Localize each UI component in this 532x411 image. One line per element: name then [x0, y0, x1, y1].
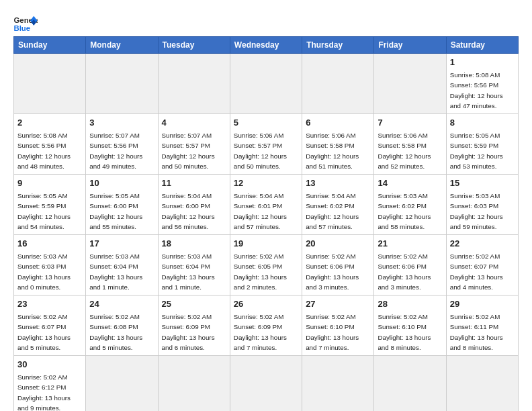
day-info: Sunrise: 5:02 AM Sunset: 6:11 PM Dayligh… [450, 313, 503, 351]
calendar-cell [230, 54, 302, 114]
day-info: Sunrise: 5:03 AM Sunset: 6:03 PM Dayligh… [17, 253, 71, 291]
calendar-cell [86, 356, 158, 412]
calendar-cell [158, 356, 230, 412]
calendar-cell: 20Sunrise: 5:02 AM Sunset: 6:06 PM Dayli… [302, 235, 374, 295]
day-info: Sunrise: 5:02 AM Sunset: 6:07 PM Dayligh… [450, 253, 503, 291]
calendar-week-row: 16Sunrise: 5:03 AM Sunset: 6:03 PM Dayli… [14, 235, 519, 295]
day-number: 10 [89, 177, 154, 189]
day-number: 16 [17, 238, 82, 250]
calendar-cell: 26Sunrise: 5:02 AM Sunset: 6:09 PM Dayli… [230, 295, 302, 356]
day-number: 28 [378, 298, 442, 310]
day-number: 5 [234, 117, 298, 129]
calendar-cell: 5Sunrise: 5:06 AM Sunset: 5:57 PM Daylig… [230, 114, 302, 175]
calendar-cell [374, 356, 446, 412]
calendar-cell: 9Sunrise: 5:05 AM Sunset: 5:59 PM Daylig… [14, 175, 86, 235]
day-header-saturday: Saturday [446, 37, 518, 54]
calendar-cell: 24Sunrise: 5:02 AM Sunset: 6:08 PM Dayli… [86, 295, 158, 356]
day-info: Sunrise: 5:03 AM Sunset: 6:04 PM Dayligh… [89, 253, 142, 291]
calendar-cell: 22Sunrise: 5:02 AM Sunset: 6:07 PM Dayli… [446, 235, 518, 295]
day-number: 21 [378, 238, 442, 250]
day-info: Sunrise: 5:02 AM Sunset: 6:08 PM Dayligh… [89, 313, 142, 351]
calendar-cell [374, 54, 446, 114]
calendar-week-row: 30Sunrise: 5:02 AM Sunset: 6:12 PM Dayli… [14, 356, 519, 412]
day-number: 12 [234, 177, 298, 189]
calendar-cell: 17Sunrise: 5:03 AM Sunset: 6:04 PM Dayli… [86, 235, 158, 295]
svg-text:Blue: Blue [14, 24, 31, 32]
day-number: 20 [306, 238, 370, 250]
calendar-cell: 27Sunrise: 5:02 AM Sunset: 6:10 PM Dayli… [302, 295, 374, 356]
day-info: Sunrise: 5:04 AM Sunset: 6:02 PM Dayligh… [306, 192, 359, 230]
day-info: Sunrise: 5:06 AM Sunset: 5:58 PM Dayligh… [306, 132, 359, 170]
day-info: Sunrise: 5:02 AM Sunset: 6:10 PM Dayligh… [306, 313, 359, 351]
day-number: 22 [450, 238, 515, 250]
day-header-thursday: Thursday [302, 37, 374, 54]
day-number: 1 [450, 56, 515, 68]
calendar-cell: 10Sunrise: 5:05 AM Sunset: 6:00 PM Dayli… [86, 175, 158, 235]
day-info: Sunrise: 5:08 AM Sunset: 5:56 PM Dayligh… [450, 71, 503, 109]
calendar-cell: 19Sunrise: 5:02 AM Sunset: 6:05 PM Dayli… [230, 235, 302, 295]
calendar-week-row: 23Sunrise: 5:02 AM Sunset: 6:07 PM Dayli… [14, 295, 519, 356]
calendar-cell: 13Sunrise: 5:04 AM Sunset: 6:02 PM Dayli… [302, 175, 374, 235]
day-number: 23 [17, 298, 82, 310]
day-info: Sunrise: 5:02 AM Sunset: 6:06 PM Dayligh… [306, 253, 359, 291]
calendar-cell [86, 54, 158, 114]
calendar-cell: 11Sunrise: 5:04 AM Sunset: 6:00 PM Dayli… [158, 175, 230, 235]
calendar-cell: 23Sunrise: 5:02 AM Sunset: 6:07 PM Dayli… [14, 295, 86, 356]
calendar-week-row: 9Sunrise: 5:05 AM Sunset: 5:59 PM Daylig… [14, 175, 519, 235]
day-info: Sunrise: 5:07 AM Sunset: 5:56 PM Dayligh… [89, 132, 142, 170]
day-number: 6 [306, 117, 370, 129]
day-info: Sunrise: 5:02 AM Sunset: 6:10 PM Dayligh… [378, 313, 431, 351]
day-number: 25 [162, 298, 226, 310]
day-header-friday: Friday [374, 37, 446, 54]
day-info: Sunrise: 5:03 AM Sunset: 6:02 PM Dayligh… [378, 192, 431, 230]
day-number: 7 [378, 117, 442, 129]
calendar-cell [158, 54, 230, 114]
day-info: Sunrise: 5:07 AM Sunset: 5:57 PM Dayligh… [162, 132, 215, 170]
calendar-cell [230, 356, 302, 412]
day-info: Sunrise: 5:02 AM Sunset: 6:06 PM Dayligh… [378, 253, 431, 291]
day-number: 18 [162, 238, 226, 250]
calendar-cell [302, 54, 374, 114]
day-header-tuesday: Tuesday [158, 37, 230, 54]
day-number: 26 [234, 298, 298, 310]
page-header: General Blue [13, 11, 519, 34]
day-info: Sunrise: 5:03 AM Sunset: 6:03 PM Dayligh… [450, 192, 503, 230]
day-info: Sunrise: 5:02 AM Sunset: 6:05 PM Dayligh… [234, 253, 287, 291]
day-number: 4 [162, 117, 226, 129]
day-number: 9 [17, 177, 82, 189]
calendar-cell: 14Sunrise: 5:03 AM Sunset: 6:02 PM Dayli… [374, 175, 446, 235]
calendar-cell: 7Sunrise: 5:06 AM Sunset: 5:58 PM Daylig… [374, 114, 446, 175]
day-number: 8 [450, 117, 515, 129]
calendar-header-row: SundayMondayTuesdayWednesdayThursdayFrid… [14, 37, 519, 54]
calendar-cell [446, 356, 518, 412]
day-info: Sunrise: 5:05 AM Sunset: 5:59 PM Dayligh… [450, 132, 503, 170]
calendar-cell [14, 54, 86, 114]
day-number: 11 [162, 177, 226, 189]
day-info: Sunrise: 5:06 AM Sunset: 5:58 PM Dayligh… [378, 132, 431, 170]
calendar-cell: 21Sunrise: 5:02 AM Sunset: 6:06 PM Dayli… [374, 235, 446, 295]
calendar-cell: 2Sunrise: 5:08 AM Sunset: 5:56 PM Daylig… [14, 114, 86, 175]
day-number: 3 [89, 117, 154, 129]
calendar-cell: 15Sunrise: 5:03 AM Sunset: 6:03 PM Dayli… [446, 175, 518, 235]
calendar-cell: 4Sunrise: 5:07 AM Sunset: 5:57 PM Daylig… [158, 114, 230, 175]
calendar-cell: 8Sunrise: 5:05 AM Sunset: 5:59 PM Daylig… [446, 114, 518, 175]
day-info: Sunrise: 5:04 AM Sunset: 6:01 PM Dayligh… [234, 192, 287, 230]
day-info: Sunrise: 5:08 AM Sunset: 5:56 PM Dayligh… [17, 132, 71, 170]
calendar-week-row: 2Sunrise: 5:08 AM Sunset: 5:56 PM Daylig… [14, 114, 519, 175]
day-number: 17 [89, 238, 154, 250]
calendar-cell: 28Sunrise: 5:02 AM Sunset: 6:10 PM Dayli… [374, 295, 446, 356]
calendar-cell: 18Sunrise: 5:03 AM Sunset: 6:04 PM Dayli… [158, 235, 230, 295]
calendar-table: SundayMondayTuesdayWednesdayThursdayFrid… [13, 36, 519, 411]
day-info: Sunrise: 5:02 AM Sunset: 6:12 PM Dayligh… [17, 373, 71, 411]
day-info: Sunrise: 5:03 AM Sunset: 6:04 PM Dayligh… [162, 253, 215, 291]
calendar-cell: 6Sunrise: 5:06 AM Sunset: 5:58 PM Daylig… [302, 114, 374, 175]
calendar-cell: 1Sunrise: 5:08 AM Sunset: 5:56 PM Daylig… [446, 54, 518, 114]
day-number: 24 [89, 298, 154, 310]
calendar-cell: 12Sunrise: 5:04 AM Sunset: 6:01 PM Dayli… [230, 175, 302, 235]
calendar-cell [302, 356, 374, 412]
day-info: Sunrise: 5:02 AM Sunset: 6:09 PM Dayligh… [162, 313, 215, 351]
day-number: 19 [234, 238, 298, 250]
day-number: 27 [306, 298, 370, 310]
day-number: 30 [17, 359, 82, 371]
day-info: Sunrise: 5:04 AM Sunset: 6:00 PM Dayligh… [162, 192, 215, 230]
